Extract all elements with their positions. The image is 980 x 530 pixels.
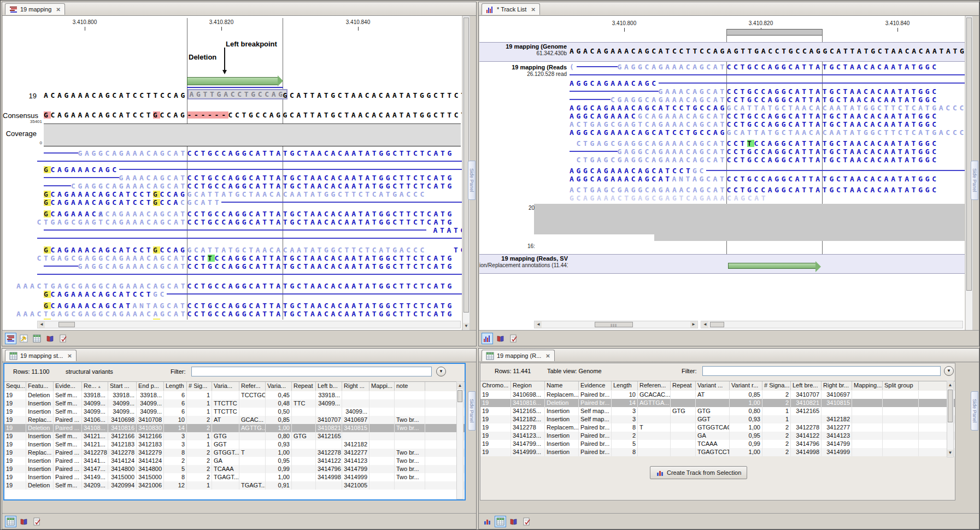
read[interactable]: GAGGCAGAAACAGCATCCTGCCAGGCATTATGCTAACACA…: [3, 262, 462, 270]
scroll-thumb[interactable]: ⦀⦀⦀: [595, 322, 633, 327]
read[interactable]: AAACTGAGCGAGGCAGAAACAGCATCCTGCCAGGCATTAT…: [3, 310, 462, 318]
column-header[interactable]: Region: [511, 381, 545, 390]
read[interactable]: AGGCAGAAACAGCATCCTGC: [479, 167, 965, 175]
table-row[interactable]: 193412278Replacem...Paired br...8TGTGGTC…: [480, 423, 955, 432]
column-header[interactable]: Repeat: [671, 381, 696, 390]
horizontal-scrollbar-zoom[interactable]: ◄ ⦀⦀⦀ ►: [534, 321, 698, 328]
column-header[interactable]: Length: [612, 381, 638, 390]
column-header[interactable]: Varia...: [212, 382, 239, 391]
scroll-up-icon[interactable]: ▲: [947, 382, 953, 388]
table-row[interactable]: 19InsertionPaired ...34149...34150003415…: [4, 473, 465, 481]
table-row[interactable]: 193414123...InsertionPaired br...2GA0,95…: [480, 432, 955, 440]
tab-sv-table[interactable]: 19 mapping st... ✕: [5, 350, 77, 361]
column-header[interactable]: Left b...: [316, 382, 342, 391]
close-icon[interactable]: ✕: [545, 353, 550, 359]
read[interactable]: GCAGAAACAGCATCCTGCCAGGCATTATGCTAACACAATA…: [3, 246, 462, 254]
read[interactable]: GCAGAAACAGCATCCTGCCAGGCATTATGCTAACACAATA…: [3, 190, 462, 198]
scroll-thumb[interactable]: [710, 322, 724, 327]
scroll-thumb[interactable]: [58, 322, 75, 327]
sv-deletion-annotation[interactable]: [728, 263, 815, 269]
close-icon[interactable]: ✕: [67, 353, 72, 359]
filter-input[interactable]: [191, 367, 432, 376]
column-header[interactable]: Length: [164, 382, 187, 391]
tab-19-mapping[interactable]: 19 mapping ✕: [5, 3, 65, 15]
horizontal-scrollbar-pan[interactable]: ◄: [701, 321, 963, 328]
table-row[interactable]: 19InsertionSelf m...34099...34099...3409…: [4, 399, 465, 408]
read[interactable]: CGAGGCAGAAACAGCATCCTGCCAGGCATTATGCTAACAC…: [3, 182, 462, 190]
scroll-left-icon[interactable]: ◄: [38, 321, 45, 328]
column-header[interactable]: Mappi...: [369, 382, 395, 391]
read[interactable]: AGGCAGAAACGCAGAAACAGCATCCTGCCAGGCATTATGC…: [479, 112, 965, 120]
read[interactable]: GCAGAAACAGCAGAAACAGCATCCTGCCAGGCATTATGCT…: [3, 210, 462, 218]
read[interactable]: CGAGGCAGAAACAGCATCCTGCCAGGCATTATGCTAACAC…: [479, 96, 965, 104]
table-row[interactable]: 193414999...InsertionPaired br...8TGAGTC…: [480, 448, 955, 456]
read[interactable]: CTGAGCGAGGCAGAAACAGCATCCTTCCAGGCATTATGCT…: [479, 139, 965, 148]
read[interactable]: AGGCAGAAACAGCATCCTGCCAGGCATTATGCTAACACAA…: [479, 104, 965, 112]
read[interactable]: GCAGAAACAGCATCCTGCCAGGCATTATGCTAACACAATA…: [3, 318, 462, 320]
book-icon[interactable]: [18, 516, 30, 527]
column-header[interactable]: Variant r...: [730, 381, 762, 390]
table-row[interactable]: 19InsertionSelf m...34099...34099...3409…: [4, 408, 465, 416]
table-icon[interactable]: [495, 516, 506, 527]
table-icon[interactable]: [5, 516, 16, 527]
side-panel-collapsed-tab[interactable]: Side Panel: [468, 161, 476, 200]
column-header[interactable]: Chromo...: [480, 381, 511, 390]
filter-options-icon[interactable]: ▼: [944, 366, 954, 376]
column-header[interactable]: Featu...: [26, 382, 54, 391]
read[interactable]: GAAACAGCATCCTGCCAGGCATTATGCTAACACAATATGG…: [3, 174, 462, 182]
table-row[interactable]: 19DeletionSelf m...34209...3420994342100…: [4, 481, 465, 490]
side-panel-collapsed-tab[interactable]: Side Panel: [971, 391, 978, 431]
book-icon[interactable]: [508, 516, 519, 527]
table-row[interactable]: 19DeletionPaired ...34108...341081634108…: [4, 424, 465, 432]
side-panel-collapsed-tab[interactable]: Side Panel: [468, 391, 476, 431]
table-row[interactable]: 19InsertionSelf m...34121...341218334121…: [4, 440, 465, 449]
table-row[interactable]: 193412165...InsertionSelf map...3GTGGTG0…: [480, 407, 955, 415]
tracks-icon[interactable]: [482, 333, 493, 344]
note-icon[interactable]: [57, 333, 69, 344]
column-header[interactable]: Sequ...: [4, 382, 26, 391]
read[interactable]: CTGAGCGAGTCAGAAACAGCATCCTGCCAGGCATTATGCT…: [3, 218, 462, 226]
read[interactable]: ACTGAGCGAGGCAGAAACAGCATCCTGCCAGGCATTATGC…: [479, 186, 965, 194]
read[interactable]: GCAGAAACAGC: [3, 166, 462, 174]
scroll-thumb[interactable]: [948, 390, 953, 422]
table-row[interactable]: 193414799...InsertionPaired br...5TCAAA0…: [480, 440, 955, 448]
scroll-down-icon[interactable]: ▼: [463, 323, 470, 329]
column-header[interactable]: Evide...: [54, 382, 82, 391]
read[interactable]: GCAGAAACAGCATCCTGCCACGCATT: [3, 198, 462, 207]
tab-track-list[interactable]: * Track List ✕: [482, 3, 540, 15]
note-icon[interactable]: [508, 333, 519, 344]
scroll-left-icon[interactable]: ◄: [535, 321, 542, 328]
filter-options-icon[interactable]: ▼: [436, 367, 446, 376]
column-header[interactable]: Name: [545, 381, 579, 390]
read[interactable]: [3, 157, 462, 166]
column-header[interactable]: Variant ...: [696, 381, 730, 390]
column-header[interactable]: End p...: [137, 382, 164, 391]
column-header[interactable]: Referen...: [638, 381, 671, 390]
coverage-graph-block[interactable]: [534, 204, 965, 234]
side-panel-collapsed-tab[interactable]: Side Panel: [971, 161, 978, 200]
read[interactable]: (GAGGCAGAAACAGCATCCTGCCAGGCATTATGCTAACAC…: [479, 63, 965, 71]
column-header[interactable]: Right br...: [821, 381, 852, 390]
note-icon[interactable]: [31, 516, 43, 527]
column-header[interactable]: Right ...: [342, 382, 369, 391]
table-row[interactable]: 193410698...Replacem...Paired br...10GCA…: [480, 391, 955, 399]
read[interactable]: CTGAGCGAGGCAGAAACAGCATCCTTCCAGGCATTATGCT…: [3, 254, 462, 262]
read[interactable]: AAACTGAGCGAGGCAGAAACAGCATCCTGCCAGGCATTAT…: [3, 282, 462, 290]
read[interactable]: ACTGAGCGAGTCAGAAACAGCATCCTGCCAGGCATTATGC…: [479, 120, 965, 128]
table-row[interactable]: 19InsertionPaired ...34147...34148003414…: [4, 465, 465, 473]
table-row[interactable]: 19InsertionPaired ...34141...34141243414…: [4, 457, 465, 465]
column-header[interactable]: Mapping...: [852, 381, 883, 390]
selection-range-handle[interactable]: [726, 29, 823, 36]
read[interactable]: [479, 71, 965, 79]
read[interactable]: GAGGCAGAAACAGCATCCTGCCAGGCATTATGCTAACACA…: [479, 148, 965, 156]
scroll-down-icon[interactable]: ▼: [947, 450, 953, 456]
table-row[interactable]: 193410816...DeletionPaired br...14AGTTGA…: [480, 399, 955, 407]
read[interactable]: [3, 270, 462, 279]
tab-variant-table[interactable]: 19 mapping (R... ✕: [482, 350, 555, 361]
overview-icon[interactable]: [18, 333, 30, 344]
reads-icon[interactable]: [5, 333, 16, 344]
column-header[interactable]: Evidence: [579, 381, 612, 390]
column-header[interactable]: # Signa...: [762, 381, 791, 390]
book-icon[interactable]: [495, 333, 506, 344]
read[interactable]: GAAACAGCATCCTGCCAGGCATTATGCTAACACAATATGG…: [479, 87, 965, 96]
